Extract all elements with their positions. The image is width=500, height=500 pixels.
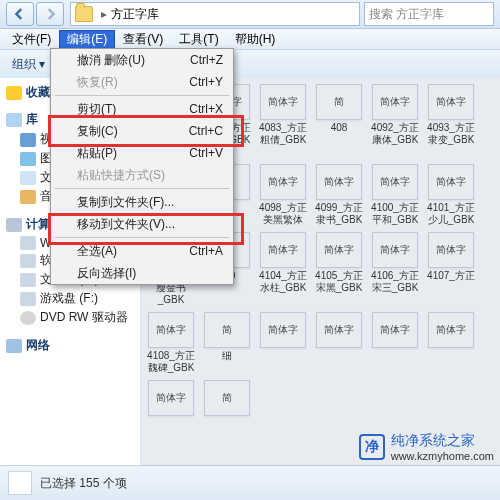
menuitem-undo[interactable]: 撤消 删除(U)Ctrl+Z <box>51 49 233 71</box>
font-tile[interactable]: 简体字4093_方正隶变_GBK <box>425 84 477 158</box>
font-thumb: 简体字 <box>428 232 474 268</box>
menuitem-paste-shortcut: 粘贴快捷方式(S) <box>51 164 233 186</box>
font-tile[interactable]: 简体字 <box>313 312 365 374</box>
sidebar-item-label: DVD RW 驱动器 <box>40 309 128 326</box>
edit-menu-dropdown: 撤消 删除(U)Ctrl+Z 恢复(R)Ctrl+Y 剪切(T)Ctrl+X 复… <box>50 48 234 285</box>
font-tile[interactable]: 简体字4108_方正魏碑_GBK <box>145 312 197 374</box>
menu-file[interactable]: 文件(F) <box>4 30 59 49</box>
font-tile[interactable]: 简体字4107_方正 <box>425 232 477 306</box>
font-thumb: 简体字 <box>260 164 306 200</box>
arrow-left-icon <box>14 8 26 20</box>
menu-edit[interactable]: 编辑(E) <box>59 30 115 49</box>
menuitem-label: 复制到文件夹(F)... <box>77 194 174 211</box>
menuitem-cut[interactable]: 剪切(T)Ctrl+X <box>51 98 233 120</box>
search-input[interactable]: 搜索 方正字库 <box>364 2 494 26</box>
menu-separator <box>55 95 229 96</box>
sidebar-item-dvd[interactable]: DVD RW 驱动器 <box>6 308 134 327</box>
sidebar-item-drive[interactable]: 游戏盘 (F:) <box>6 289 134 308</box>
font-label: 细 <box>222 350 232 362</box>
font-label: 4100_方正平和_GBK <box>369 202 421 226</box>
menuitem-copy-to-folder[interactable]: 复制到文件夹(F)... <box>51 191 233 213</box>
font-tile[interactable]: 简体字4100_方正平和_GBK <box>369 164 421 226</box>
menuitem-label: 全选(A) <box>77 243 117 260</box>
drive-icon <box>20 292 36 306</box>
font-tile[interactable]: 简 <box>201 380 253 418</box>
font-label: 4098_方正美黑繁体 <box>257 202 309 226</box>
menuitem-shortcut: Ctrl+Y <box>189 75 223 89</box>
sidebar-network[interactable]: 网络 <box>6 337 134 354</box>
dvd-icon <box>20 311 36 325</box>
font-label: 4108_方正魏碑_GBK <box>145 350 197 374</box>
font-thumb: 简体字 <box>372 232 418 268</box>
font-tile[interactable]: 简体字 <box>257 312 309 374</box>
menuitem-label: 粘贴(P) <box>77 145 117 162</box>
font-tile[interactable]: 简体字 <box>145 380 197 418</box>
font-thumb: 简体字 <box>428 312 474 348</box>
menuitem-paste[interactable]: 粘贴(P)Ctrl+V <box>51 142 233 164</box>
font-tile[interactable]: 简体字 <box>369 312 421 374</box>
menuitem-select-all[interactable]: 全选(A)Ctrl+A <box>51 240 233 262</box>
address-bar[interactable]: ▸ 方正字库 <box>70 2 360 26</box>
nav-back-button[interactable] <box>6 2 34 26</box>
font-tile[interactable]: 简体字4098_方正美黑繁体 <box>257 164 309 226</box>
sidebar-item-label: 收藏 <box>26 84 50 101</box>
sidebar-item-label: 库 <box>26 111 38 128</box>
font-tile[interactable]: 简体字4105_方正宋黑_GBK <box>313 232 365 306</box>
menu-view[interactable]: 查看(V) <box>115 30 171 49</box>
font-label: 4093_方正隶变_GBK <box>425 122 477 146</box>
menuitem-copy[interactable]: 复制(C)Ctrl+C <box>51 120 233 142</box>
menuitem-shortcut: Ctrl+X <box>189 102 223 116</box>
menuitem-invert-selection[interactable]: 反向选择(I) <box>51 262 233 284</box>
status-text: 已选择 155 个项 <box>40 475 127 492</box>
font-label: 4092_方正康体_GBK <box>369 122 421 146</box>
menu-tools[interactable]: 工具(T) <box>171 30 226 49</box>
library-icon <box>6 113 22 127</box>
font-thumb: 简体字 <box>428 164 474 200</box>
font-thumb: 简 <box>204 312 250 348</box>
font-tile[interactable]: 简体字4099_方正隶书_GBK <box>313 164 365 226</box>
font-label: 4099_方正隶书_GBK <box>313 202 365 226</box>
font-thumb: 简体字 <box>428 84 474 120</box>
font-thumb: 简体字 <box>260 232 306 268</box>
video-icon <box>20 133 36 147</box>
menuitem-label: 恢复(R) <box>77 74 118 91</box>
font-tile[interactable]: 简体字4101_方正少儿_GBK <box>425 164 477 226</box>
organize-button[interactable]: 组织 ▾ <box>6 54 51 75</box>
menuitem-move-to-folder[interactable]: 移动到文件夹(V)... <box>51 213 233 235</box>
sidebar-item-label: 网络 <box>26 337 50 354</box>
drive-icon <box>20 236 36 250</box>
arrow-right-icon <box>44 8 56 20</box>
status-bar: 已选择 155 个项 <box>0 465 500 500</box>
menuitem-label: 反向选择(I) <box>77 265 136 282</box>
font-tile[interactable]: 简体字4106_方正宋三_GBK <box>369 232 421 306</box>
font-tile[interactable]: 简体字 <box>425 312 477 374</box>
font-tile[interactable]: 简体字4104_方正水柱_GBK <box>257 232 309 306</box>
folder-icon <box>75 6 93 22</box>
status-thumb-icon <box>8 471 32 495</box>
font-tile[interactable]: 简体字4092_方正康体_GBK <box>369 84 421 158</box>
font-tile[interactable]: 简408 <box>313 84 365 158</box>
watermark-url: www.kzmyhome.com <box>391 450 494 462</box>
titlebar: ▸ 方正字库 搜索 方正字库 <box>0 0 500 29</box>
star-icon <box>6 86 22 100</box>
chevron-right-icon: ▸ <box>101 7 107 21</box>
font-label: 4107_方正 <box>427 270 475 282</box>
font-thumb: 简体字 <box>316 312 362 348</box>
menu-separator <box>55 188 229 189</box>
menuitem-shortcut: Ctrl+C <box>189 124 223 138</box>
font-label: 408 <box>331 122 348 134</box>
font-thumb: 简体字 <box>148 380 194 416</box>
font-label: 4083_方正粗倩_GBK <box>257 122 309 146</box>
font-thumb: 简体字 <box>148 312 194 348</box>
font-tile[interactable]: 简细 <box>201 312 253 374</box>
menuitem-label: 复制(C) <box>77 123 118 140</box>
menuitem-label: 剪切(T) <box>77 101 116 118</box>
nav-forward-button[interactable] <box>36 2 64 26</box>
font-thumb: 简体字 <box>316 232 362 268</box>
sidebar-item-label: 游戏盘 (F:) <box>40 290 98 307</box>
font-tile[interactable]: 简体字4083_方正粗倩_GBK <box>257 84 309 158</box>
menubar: 文件(F) 编辑(E) 查看(V) 工具(T) 帮助(H) <box>0 29 500 50</box>
watermark: 净 纯净系统之家 www.kzmyhome.com <box>359 432 494 462</box>
breadcrumb-current[interactable]: 方正字库 <box>111 6 159 23</box>
menu-help[interactable]: 帮助(H) <box>227 30 284 49</box>
